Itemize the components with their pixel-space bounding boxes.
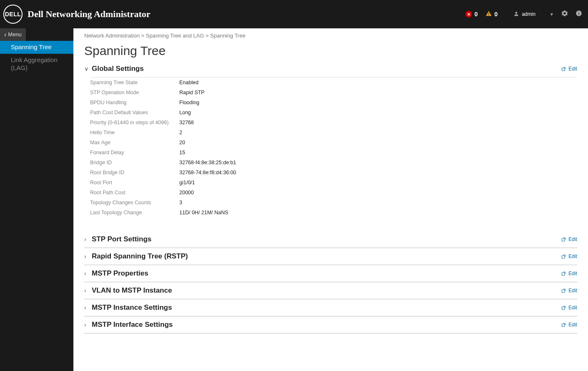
app-header: DELL Dell Networking Administrator ✕ 0 0… bbox=[0, 0, 588, 28]
chevron-right-icon: › bbox=[84, 287, 89, 294]
section-collapsed: ›MSTP Instance SettingsEdit bbox=[84, 299, 577, 316]
section-header: ›MSTP Instance SettingsEdit bbox=[84, 303, 577, 312]
menu-button[interactable]: Menu bbox=[0, 28, 26, 41]
section-header: ›MSTP Interface SettingsEdit bbox=[84, 321, 577, 329]
section-toggle-global[interactable]: ∨ Global Settings bbox=[84, 65, 144, 73]
edit-label: Edit bbox=[568, 271, 577, 276]
warning-count: 0 bbox=[495, 11, 498, 18]
chevron-right-icon: › bbox=[84, 304, 89, 311]
popout-icon bbox=[561, 254, 566, 259]
kv-label: Root Port bbox=[90, 180, 179, 186]
kv-value: 3 bbox=[179, 200, 182, 206]
kv-value: 32768 bbox=[179, 120, 194, 125]
kv-label: Root Path Cost bbox=[90, 190, 179, 196]
kv-value: Enabled bbox=[179, 80, 199, 85]
kv-label: Hello Time bbox=[90, 130, 179, 135]
edit-label: Edit bbox=[568, 236, 577, 242]
edit-link-global[interactable]: Edit bbox=[561, 66, 577, 72]
kv-label: STP Operation Mode bbox=[90, 90, 179, 95]
page-title: Spanning Tree bbox=[84, 44, 577, 58]
section-title: MSTP Instance Settings bbox=[92, 303, 172, 312]
breadcrumb: Network Administration > Spanning Tree a… bbox=[84, 33, 577, 39]
section-title: Global Settings bbox=[92, 65, 144, 73]
section-title: STP Port Settings bbox=[92, 235, 151, 243]
kv-value: Long bbox=[179, 110, 191, 115]
user-menu[interactable]: admin ▼ bbox=[513, 11, 554, 18]
svg-rect-5 bbox=[578, 12, 579, 12]
edit-link[interactable]: Edit bbox=[561, 322, 577, 328]
svg-rect-9 bbox=[562, 273, 565, 275]
section-toggle[interactable]: ›STP Port Settings bbox=[84, 235, 151, 243]
section-toggle[interactable]: ›MSTP Instance Settings bbox=[84, 303, 172, 312]
dell-logo: DELL bbox=[3, 5, 23, 24]
section-collapsed: ›Rapid Spanning Tree (RSTP)Edit bbox=[84, 248, 577, 265]
error-icon: ✕ bbox=[465, 11, 472, 18]
kv-row: Spanning Tree StateEnabled bbox=[90, 78, 577, 88]
popout-icon bbox=[561, 237, 566, 242]
svg-rect-1 bbox=[488, 15, 489, 15]
chevron-right-icon: › bbox=[84, 236, 89, 243]
section-toggle[interactable]: ›VLAN to MSTP Instance bbox=[84, 286, 172, 295]
warning-status[interactable]: 0 bbox=[485, 10, 498, 18]
global-settings-table: Spanning Tree StateEnabledSTP Operation … bbox=[90, 77, 577, 218]
brand-wrap: DELL Dell Networking Administrator bbox=[3, 5, 151, 24]
edit-link[interactable]: Edit bbox=[561, 305, 577, 311]
section-collapsed: ›MSTP Interface SettingsEdit bbox=[84, 316, 577, 333]
popout-icon bbox=[561, 288, 566, 293]
edit-link[interactable]: Edit bbox=[561, 271, 577, 276]
svg-rect-11 bbox=[562, 307, 565, 309]
settings-button[interactable] bbox=[561, 10, 568, 18]
svg-rect-4 bbox=[578, 13, 579, 15]
kv-value: 32768-74:8e:f8:d4:36:00 bbox=[179, 170, 236, 175]
section-global-settings: ∨ Global Settings Edit Spanning Tree Sta… bbox=[84, 60, 577, 222]
kv-label: Last Topology Change bbox=[90, 210, 179, 216]
user-icon bbox=[513, 11, 519, 18]
main-content: Network Administration > Spanning Tree a… bbox=[73, 28, 588, 371]
kv-label: Priority (0-61440 in steps of 4096) bbox=[90, 120, 179, 125]
sidebar-item-1[interactable]: Link Aggregation (LAG) bbox=[0, 54, 73, 75]
error-count: 0 bbox=[475, 11, 478, 18]
section-toggle[interactable]: ›Rapid Spanning Tree (RSTP) bbox=[84, 252, 188, 261]
section-title: MSTP Properties bbox=[92, 269, 148, 278]
kv-row: Forward Delay15 bbox=[90, 148, 577, 158]
svg-rect-8 bbox=[562, 256, 565, 258]
kv-row: BPDU HandlingFlooding bbox=[90, 98, 577, 108]
section-header: ›VLAN to MSTP InstanceEdit bbox=[84, 286, 577, 295]
section-toggle[interactable]: ›MSTP Interface Settings bbox=[84, 321, 173, 329]
kv-row: Root Path Cost20000 bbox=[90, 188, 577, 198]
kv-row: Priority (0-61440 in steps of 4096)32768 bbox=[90, 118, 577, 128]
caret-down-icon: ▼ bbox=[550, 12, 554, 17]
section-collapsed: ›MSTP PropertiesEdit bbox=[84, 265, 577, 282]
svg-rect-0 bbox=[488, 13, 489, 14]
info-button[interactable] bbox=[575, 10, 582, 18]
chevron-right-icon: › bbox=[84, 253, 89, 260]
kv-label: Max Age bbox=[90, 140, 179, 145]
sidebar-item-0[interactable]: Spanning Tree bbox=[0, 41, 73, 54]
error-status[interactable]: ✕ 0 bbox=[465, 11, 478, 18]
kv-value: 20 bbox=[179, 140, 185, 145]
section-title: Rapid Spanning Tree (RSTP) bbox=[92, 252, 188, 261]
kv-row: Hello Time2 bbox=[90, 128, 577, 138]
kv-label: Forward Delay bbox=[90, 150, 179, 155]
edit-link[interactable]: Edit bbox=[561, 253, 577, 259]
svg-rect-6 bbox=[562, 68, 565, 70]
edit-link[interactable]: Edit bbox=[561, 288, 577, 293]
kv-label: Bridge ID bbox=[90, 160, 179, 165]
section-header: ›Rapid Spanning Tree (RSTP)Edit bbox=[84, 252, 577, 261]
kv-row: Max Age20 bbox=[90, 138, 577, 148]
edit-label: Edit bbox=[568, 288, 577, 293]
popout-icon bbox=[561, 306, 566, 310]
kv-row: Root Bridge ID32768-74:8e:f8:d4:36:00 bbox=[90, 168, 577, 178]
kv-row: Path Cost Default ValuesLong bbox=[90, 108, 577, 118]
section-collapsed: ›VLAN to MSTP InstanceEdit bbox=[84, 282, 577, 299]
kv-value: 32768-f4:8e:38:25:de:b1 bbox=[179, 160, 236, 165]
section-toggle[interactable]: ›MSTP Properties bbox=[84, 269, 148, 278]
chevron-down-icon: ∨ bbox=[84, 65, 89, 72]
kv-value: 11D/ 0H/ 21M/ NaNS bbox=[179, 210, 228, 216]
chevron-right-icon: › bbox=[84, 321, 89, 328]
section-title: MSTP Interface Settings bbox=[92, 321, 173, 329]
edit-link[interactable]: Edit bbox=[561, 236, 577, 242]
kv-label: Spanning Tree State bbox=[90, 80, 179, 85]
sidebar: Menu Spanning TreeLink Aggregation (LAG) bbox=[0, 28, 73, 371]
warning-icon bbox=[485, 10, 492, 18]
